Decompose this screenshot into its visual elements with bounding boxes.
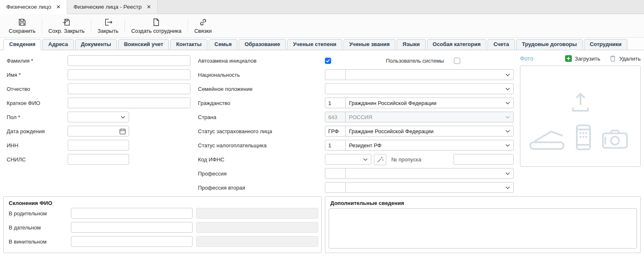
patronymic-input[interactable] (68, 83, 190, 94)
chevron-down-icon (505, 73, 510, 76)
window-tab-registry[interactable]: Физические лица - Реестр ✕ (67, 0, 158, 14)
field-row-citizenship: Гражданство Гражданин Российской Федерац… (194, 96, 514, 110)
tab-scheta[interactable]: Счета (488, 39, 515, 50)
window-tab-label: Физические лица - Реестр (73, 4, 141, 10)
window-tab-person[interactable]: Физическое лицо ✕ (0, 0, 67, 14)
inn-input[interactable] (68, 140, 129, 151)
taxpayer-status-label: Статус налогоплательщика (194, 142, 325, 149)
tab-obrazovanie[interactable]: Образование (239, 39, 286, 50)
delete-photo-button[interactable]: Удалить (609, 55, 641, 62)
field-row-birth-date: Дата рождения (3, 124, 194, 138)
tab-dokumenty[interactable]: Документы (75, 39, 117, 50)
tab-adresa[interactable]: Адреса (42, 39, 73, 50)
citizenship-code-input[interactable] (325, 98, 346, 108)
ifns-code-select[interactable] (325, 154, 371, 165)
upload-photo-button[interactable]: Загрузить (565, 55, 600, 62)
tab-osobaya-kategoriya[interactable]: Особая категория (427, 39, 487, 50)
trash-icon (609, 55, 616, 62)
genitive-input[interactable] (71, 208, 193, 219)
profession2-select[interactable] (345, 182, 514, 193)
profession-code-input[interactable] (325, 168, 346, 179)
insured-status-code-input[interactable] (325, 126, 346, 137)
profession2-code-input[interactable] (325, 182, 346, 193)
field-row-short-name: Краткое ФИО (3, 96, 194, 110)
save-close-button[interactable]: Сохр. Закрыть (43, 15, 90, 36)
tab-uchenye-zvaniya[interactable]: Ученые звания (344, 39, 396, 50)
tab-trudovye-dogovory[interactable]: Трудовые договоры (516, 39, 583, 50)
document-icon (152, 18, 161, 27)
nationality-code-input[interactable] (325, 69, 346, 80)
links-button[interactable]: Связки (189, 15, 217, 36)
additional-info-textarea[interactable] (329, 208, 637, 249)
system-user-label: Пользователь системы (386, 58, 444, 64)
nationality-label: Национальность (194, 72, 325, 78)
magic-wand-button[interactable] (374, 154, 386, 165)
declension-row-genitive: В родительном (4, 206, 321, 220)
field-row-nationality: Национальность (194, 68, 514, 82)
pass-number-label: № пропуска (391, 156, 421, 163)
upload-photo-label: Загрузить (575, 56, 600, 62)
tab-sotrudniki[interactable]: Сотрудники (584, 39, 627, 50)
links-button-label: Связки (194, 28, 212, 34)
pass-number-input[interactable] (454, 154, 514, 165)
taxpayer-status-code-input[interactable] (325, 140, 346, 151)
field-row-country: Страна РОССИЯ (194, 110, 514, 124)
gender-select[interactable] (68, 112, 129, 122)
tab-yazyki[interactable]: Языки (397, 39, 425, 50)
profession-label: Профессия (194, 171, 325, 177)
citizenship-label: Гражданство (194, 100, 325, 106)
snils-input[interactable] (68, 154, 129, 165)
birth-date-input[interactable] (68, 126, 129, 137)
window-tab-bar: Физическое лицо ✕ Физические лица - Реес… (0, 0, 644, 14)
auto-initials-checkbox[interactable] (325, 58, 331, 64)
insured-status-select[interactable]: Граждане Российской Федерации (345, 126, 514, 137)
nationality-select[interactable] (345, 69, 514, 80)
system-user-checkbox[interactable] (454, 58, 460, 64)
photo-section-title: Фото (520, 55, 533, 62)
close-icon[interactable]: ✕ (56, 4, 61, 10)
tab-uchenye-stepeni[interactable]: Ученые степени (287, 39, 342, 50)
save-close-button-label: Сохр. Закрыть (49, 28, 85, 34)
dative-input[interactable] (71, 222, 193, 233)
accusative-input[interactable] (71, 236, 193, 247)
photo-dropzone[interactable] (520, 66, 641, 167)
country-code-input (325, 112, 346, 122)
citizenship-select[interactable]: Гражданин Российской Федерации (345, 98, 514, 108)
short-name-input[interactable] (68, 98, 190, 108)
chain-link-icon (199, 18, 207, 27)
create-employee-button-label: Создать сотрудника (131, 28, 181, 34)
tab-kontakty[interactable]: Контакты (170, 39, 207, 50)
field-row-patronymic: Отчество (3, 82, 194, 96)
additional-info-title: Дополнительные сведения (329, 200, 637, 206)
save-close-icon (62, 18, 71, 27)
surname-input[interactable] (68, 55, 190, 66)
country-select: РОССИЯ (345, 112, 514, 122)
dative-auto-input (196, 222, 318, 233)
first-name-input[interactable] (68, 69, 190, 80)
upload-icon (571, 91, 590, 113)
patronymic-label: Отчество (3, 86, 68, 92)
create-employee-button[interactable]: Создать сотрудника (126, 15, 187, 36)
insured-status-value: Граждане Российской Федерации (349, 128, 434, 134)
declensions-panel: Склонения ФИО В родительном В дательном … (3, 196, 322, 253)
field-row-inn: ИНН (3, 138, 194, 152)
taxpayer-status-select[interactable]: Резидент РФ (345, 140, 514, 151)
marital-select[interactable] (325, 83, 514, 94)
field-row-taxpayer-status: Статус налогоплательщика Резидент РФ (194, 138, 514, 152)
field-row-snils: СНИЛС (3, 152, 194, 166)
toolbar-separator (42, 19, 42, 33)
close-button-label: Закрыть (98, 28, 118, 34)
chevron-down-icon (505, 172, 510, 175)
chevron-down-icon (363, 158, 368, 161)
tab-voinskiy-uchet[interactable]: Воинский учет (118, 39, 169, 50)
dative-label: В дательном (9, 224, 71, 231)
country-value: РОССИЯ (349, 114, 372, 120)
profession-select[interactable] (345, 168, 514, 179)
toolbar-separator (91, 19, 91, 33)
close-button[interactable]: Закрыть (92, 15, 124, 36)
tab-semya[interactable]: Семья (209, 39, 238, 50)
close-icon[interactable]: ✕ (146, 4, 151, 10)
toolbar-separator (124, 19, 125, 33)
save-button[interactable]: Сохранить (3, 15, 41, 36)
tab-svedeniya[interactable]: Сведения (3, 39, 41, 50)
